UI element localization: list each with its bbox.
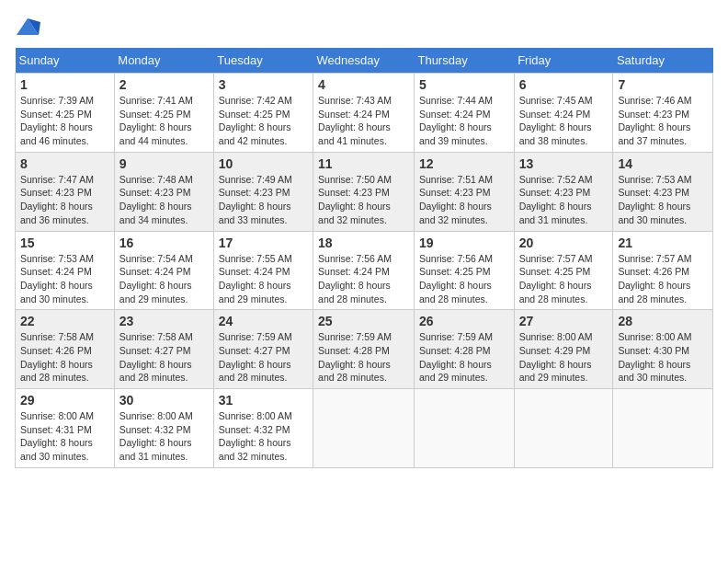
day-number: 29: [20, 393, 109, 408]
day-number: 12: [419, 156, 509, 171]
day-number: 24: [219, 314, 308, 328]
calendar-cell: 18 Sunrise: 7:56 AM Sunset: 4:24 PM Dayl…: [313, 231, 415, 310]
calendar-cell: 10 Sunrise: 7:49 AM Sunset: 4:23 PM Dayl…: [213, 152, 313, 231]
day-info: Sunrise: 7:45 AM Sunset: 4:24 PM Dayligh…: [519, 94, 609, 148]
calendar-week-row: 15 Sunrise: 7:53 AM Sunset: 4:24 PM Dayl…: [16, 231, 713, 310]
day-info: Sunrise: 7:42 AM Sunset: 4:25 PM Dayligh…: [219, 94, 308, 148]
day-info: Sunrise: 7:51 AM Sunset: 4:23 PM Dayligh…: [419, 173, 509, 227]
day-info: Sunrise: 7:48 AM Sunset: 4:23 PM Dayligh…: [119, 173, 209, 227]
calendar-cell: 13 Sunrise: 7:52 AM Sunset: 4:23 PM Dayl…: [514, 152, 613, 231]
calendar-cell: 11 Sunrise: 7:50 AM Sunset: 4:23 PM Dayl…: [313, 152, 415, 231]
day-number: 4: [318, 77, 409, 92]
day-number: 13: [519, 156, 609, 171]
calendar-table: SundayMondayTuesdayWednesdayThursdayFrid…: [15, 48, 713, 468]
calendar-cell: 30 Sunrise: 8:00 AM Sunset: 4:32 PM Dayl…: [114, 389, 213, 468]
day-number: 25: [318, 314, 409, 328]
calendar-cell: 21 Sunrise: 7:57 AM Sunset: 4:26 PM Dayl…: [613, 231, 713, 310]
calendar-cell: 1 Sunrise: 7:39 AM Sunset: 4:25 PM Dayli…: [16, 74, 115, 153]
day-info: Sunrise: 7:58 AM Sunset: 4:26 PM Dayligh…: [20, 330, 109, 385]
calendar-cell: 9 Sunrise: 7:48 AM Sunset: 4:23 PM Dayli…: [114, 152, 213, 231]
day-number: 17: [219, 236, 308, 250]
day-number: 15: [20, 236, 109, 250]
day-number: 6: [519, 77, 609, 92]
day-number: 19: [419, 236, 509, 250]
calendar-day-header: Tuesday: [213, 48, 313, 74]
calendar-cell: 28 Sunrise: 8:00 AM Sunset: 4:30 PM Dayl…: [613, 310, 713, 389]
calendar-cell: 2 Sunrise: 7:41 AM Sunset: 4:25 PM Dayli…: [114, 74, 213, 153]
day-info: Sunrise: 8:00 AM Sunset: 4:31 PM Dayligh…: [20, 409, 109, 464]
day-info: Sunrise: 7:56 AM Sunset: 4:24 PM Dayligh…: [318, 252, 409, 306]
calendar-cell: 14 Sunrise: 7:53 AM Sunset: 4:23 PM Dayl…: [613, 152, 713, 231]
day-info: Sunrise: 7:39 AM Sunset: 4:25 PM Dayligh…: [20, 94, 109, 148]
day-number: 14: [618, 156, 708, 171]
page-header: [15, 15, 713, 40]
day-info: Sunrise: 7:57 AM Sunset: 4:26 PM Dayligh…: [618, 252, 708, 306]
calendar-cell: 22 Sunrise: 7:58 AM Sunset: 4:26 PM Dayl…: [16, 310, 115, 389]
calendar-day-header: Sunday: [16, 48, 115, 74]
calendar-cell: 25 Sunrise: 7:59 AM Sunset: 4:28 PM Dayl…: [313, 310, 415, 389]
day-info: Sunrise: 7:54 AM Sunset: 4:24 PM Dayligh…: [119, 252, 209, 306]
day-number: 3: [219, 77, 308, 92]
day-number: 21: [618, 236, 708, 250]
calendar-day-header: Monday: [114, 48, 213, 74]
day-info: Sunrise: 7:56 AM Sunset: 4:25 PM Dayligh…: [419, 252, 509, 306]
day-info: Sunrise: 8:00 AM Sunset: 4:30 PM Dayligh…: [618, 330, 708, 385]
day-info: Sunrise: 7:44 AM Sunset: 4:24 PM Dayligh…: [419, 94, 509, 148]
day-info: Sunrise: 7:59 AM Sunset: 4:27 PM Dayligh…: [219, 330, 308, 385]
day-number: 7: [618, 77, 708, 92]
day-info: Sunrise: 7:58 AM Sunset: 4:27 PM Dayligh…: [119, 330, 209, 385]
calendar-cell: 12 Sunrise: 7:51 AM Sunset: 4:23 PM Dayl…: [414, 152, 514, 231]
calendar-cell: 26 Sunrise: 7:59 AM Sunset: 4:28 PM Dayl…: [414, 310, 514, 389]
calendar-cell: 17 Sunrise: 7:55 AM Sunset: 4:24 PM Dayl…: [213, 231, 313, 310]
logo-icon: [15, 15, 40, 40]
day-info: Sunrise: 7:46 AM Sunset: 4:23 PM Dayligh…: [618, 94, 708, 148]
day-number: 8: [20, 156, 109, 171]
calendar-cell: 23 Sunrise: 7:58 AM Sunset: 4:27 PM Dayl…: [114, 310, 213, 389]
day-number: 27: [519, 314, 609, 328]
day-number: 18: [318, 236, 409, 250]
calendar-week-row: 1 Sunrise: 7:39 AM Sunset: 4:25 PM Dayli…: [16, 74, 713, 153]
calendar-week-row: 8 Sunrise: 7:47 AM Sunset: 4:23 PM Dayli…: [16, 152, 713, 231]
day-number: 16: [119, 236, 209, 250]
day-number: 11: [318, 156, 409, 171]
day-info: Sunrise: 7:41 AM Sunset: 4:25 PM Dayligh…: [119, 94, 209, 148]
calendar-cell: 3 Sunrise: 7:42 AM Sunset: 4:25 PM Dayli…: [213, 74, 313, 153]
calendar-cell: 24 Sunrise: 7:59 AM Sunset: 4:27 PM Dayl…: [213, 310, 313, 389]
calendar-cell: 4 Sunrise: 7:43 AM Sunset: 4:24 PM Dayli…: [313, 74, 415, 153]
calendar-week-row: 29 Sunrise: 8:00 AM Sunset: 4:31 PM Dayl…: [16, 389, 713, 468]
calendar-cell: [514, 389, 613, 468]
day-info: Sunrise: 7:50 AM Sunset: 4:23 PM Dayligh…: [318, 173, 409, 227]
calendar-cell: [613, 389, 713, 468]
calendar-header-row: SundayMondayTuesdayWednesdayThursdayFrid…: [16, 48, 713, 74]
calendar-cell: 20 Sunrise: 7:57 AM Sunset: 4:25 PM Dayl…: [514, 231, 613, 310]
day-info: Sunrise: 7:43 AM Sunset: 4:24 PM Dayligh…: [318, 94, 409, 148]
calendar-cell: [414, 389, 514, 468]
day-info: Sunrise: 7:53 AM Sunset: 4:24 PM Dayligh…: [20, 252, 109, 306]
day-number: 31: [219, 393, 308, 408]
day-info: Sunrise: 7:57 AM Sunset: 4:25 PM Dayligh…: [519, 252, 609, 306]
calendar-week-row: 22 Sunrise: 7:58 AM Sunset: 4:26 PM Dayl…: [16, 310, 713, 389]
day-number: 23: [119, 314, 209, 328]
calendar-cell: 27 Sunrise: 8:00 AM Sunset: 4:29 PM Dayl…: [514, 310, 613, 389]
day-info: Sunrise: 7:59 AM Sunset: 4:28 PM Dayligh…: [419, 330, 509, 385]
day-number: 26: [419, 314, 509, 328]
day-number: 28: [618, 314, 708, 328]
calendar-cell: 7 Sunrise: 7:46 AM Sunset: 4:23 PM Dayli…: [613, 74, 713, 153]
day-number: 10: [219, 156, 308, 171]
day-number: 2: [119, 77, 209, 92]
calendar-day-header: Friday: [514, 48, 613, 74]
day-info: Sunrise: 7:52 AM Sunset: 4:23 PM Dayligh…: [519, 173, 609, 227]
day-number: 22: [20, 314, 109, 328]
day-info: Sunrise: 7:49 AM Sunset: 4:23 PM Dayligh…: [219, 173, 308, 227]
calendar-cell: 16 Sunrise: 7:54 AM Sunset: 4:24 PM Dayl…: [114, 231, 213, 310]
day-info: Sunrise: 7:55 AM Sunset: 4:24 PM Dayligh…: [219, 252, 308, 306]
day-number: 30: [119, 393, 209, 408]
day-number: 9: [119, 156, 209, 171]
day-info: Sunrise: 7:47 AM Sunset: 4:23 PM Dayligh…: [20, 173, 109, 227]
calendar-day-header: Wednesday: [313, 48, 415, 74]
calendar-cell: 29 Sunrise: 8:00 AM Sunset: 4:31 PM Dayl…: [16, 389, 115, 468]
calendar-day-header: Thursday: [414, 48, 514, 74]
calendar-cell: 15 Sunrise: 7:53 AM Sunset: 4:24 PM Dayl…: [16, 231, 115, 310]
calendar-cell: 31 Sunrise: 8:00 AM Sunset: 4:32 PM Dayl…: [213, 389, 313, 468]
day-info: Sunrise: 8:00 AM Sunset: 4:32 PM Dayligh…: [219, 409, 308, 464]
